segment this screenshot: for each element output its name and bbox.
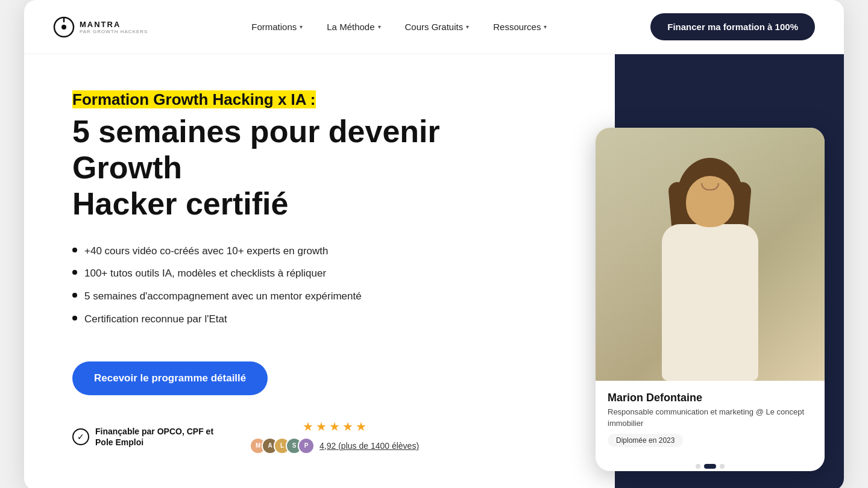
star-icon: ★ xyxy=(342,419,353,434)
star-rating: ★ ★ ★ ★ ★ xyxy=(303,419,366,434)
hero-left: Formation Growth Hacking x IA : 5 semain… xyxy=(72,54,579,488)
chevron-down-icon: ▾ xyxy=(544,23,547,30)
star-icon: ★ xyxy=(329,419,340,434)
star-icon: ★ xyxy=(316,419,327,434)
financing-text: Finançable par OPCO, CPF et Pole Emploi xyxy=(95,426,213,448)
hero-subtitle: Formation Growth Hacking x IA : xyxy=(72,90,555,109)
avatar-group: M A L S P xyxy=(250,437,315,454)
bullet-dot-icon xyxy=(72,316,77,321)
bullet-item: +40 cours vidéo co-créés avec 10+ expert… xyxy=(72,244,555,258)
hero-section: Formation Growth Hacking x IA : 5 semain… xyxy=(24,54,844,488)
card-pagination xyxy=(596,458,825,471)
logo-text-block: MANTRA PAR GROWTH HACKERS xyxy=(80,20,148,34)
hero-right: Marion Defontaine Responsable communicat… xyxy=(579,54,844,488)
nav-ressources[interactable]: Ressources ▾ xyxy=(493,22,547,32)
logo: MANTRA PAR GROWTH HACKERS xyxy=(53,16,148,38)
bullet-dot-icon xyxy=(72,270,77,275)
nav-methode[interactable]: La Méthode ▾ xyxy=(327,22,380,32)
card-info: Marion Defontaine Responsable communicat… xyxy=(596,381,825,457)
nav-links: Formations ▾ La Méthode ▾ Cours Gratuits… xyxy=(251,22,547,32)
rating-score: 4,92 (plus de 1400 élèves) xyxy=(319,441,419,451)
rating-area: ★ ★ ★ ★ ★ M A L S P xyxy=(250,419,419,454)
bullet-item: Certification reconnue par l'Etat xyxy=(72,312,555,327)
svg-point-1 xyxy=(61,25,66,30)
dot-indicator xyxy=(696,464,700,469)
nav-formations[interactable]: Formations ▾ xyxy=(251,22,303,32)
avatar: P xyxy=(298,437,315,454)
card-name: Marion Defontaine xyxy=(608,392,813,404)
nav-cours[interactable]: Cours Gratuits ▾ xyxy=(405,22,470,32)
bullet-item: 5 semaines d'accompagnement avec un ment… xyxy=(72,289,555,304)
bullet-dot-icon xyxy=(72,293,77,298)
person-silhouette xyxy=(632,140,788,381)
check-icon: ✓ xyxy=(72,428,89,445)
chevron-down-icon: ▾ xyxy=(466,23,469,30)
logo-icon xyxy=(53,16,75,38)
navbar-cta-button[interactable]: Financer ma formation à 100% xyxy=(650,13,815,40)
logo-subtitle: PAR GROWTH HACKERS xyxy=(80,29,148,34)
logo-name: MANTRA xyxy=(80,20,148,29)
bullet-item: 100+ tutos outils IA, modèles et checkli… xyxy=(72,266,555,281)
card-role: Responsable communication et marketing @… xyxy=(608,407,813,428)
card-badge: Diplomée en 2023 xyxy=(608,434,683,447)
hero-cta-button[interactable]: Recevoir le programme détaillé xyxy=(72,361,268,395)
star-icon: ★ xyxy=(303,419,313,434)
rating-info: M A L S P 4,92 (plus de 1400 élèves) xyxy=(250,437,419,454)
bullet-dot-icon xyxy=(72,248,77,252)
person-photo xyxy=(596,128,825,381)
dot-indicator-active xyxy=(704,464,716,469)
dot-indicator xyxy=(720,464,725,469)
hero-title: 5 semaines pour devenir Growth Hacker ce… xyxy=(72,114,555,222)
financing-badge: ✓ Finançable par OPCO, CPF et Pole Emplo… xyxy=(72,426,213,448)
hero-bullets: +40 cours vidéo co-créés avec 10+ expert… xyxy=(72,244,555,335)
star-icon: ★ xyxy=(356,419,366,434)
chevron-down-icon: ▾ xyxy=(300,23,303,30)
chevron-down-icon: ▾ xyxy=(378,23,381,30)
hero-footer: ✓ Finançable par OPCO, CPF et Pole Emplo… xyxy=(72,419,555,454)
testimonial-card: Marion Defontaine Responsable communicat… xyxy=(596,128,825,471)
body-shape xyxy=(662,224,758,381)
navbar: MANTRA PAR GROWTH HACKERS Formations ▾ L… xyxy=(24,0,844,54)
